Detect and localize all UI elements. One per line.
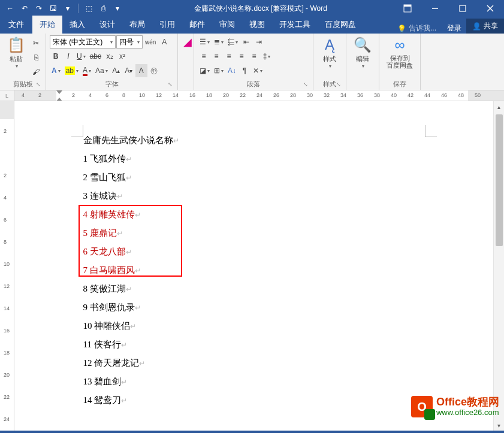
align-right-button[interactable]: ≡ bbox=[223, 50, 235, 63]
font-color-button[interactable]: A▾ bbox=[81, 64, 93, 77]
asian-layout-button[interactable]: ✕▾ bbox=[251, 64, 264, 77]
tab-review[interactable]: 审阅 bbox=[212, 16, 242, 34]
highlight-button[interactable]: ab▾ bbox=[63, 64, 80, 77]
horizontal-ruler[interactable]: L 42246810121416182022242628303234363840… bbox=[0, 90, 504, 101]
share-button[interactable]: 👤共享 bbox=[466, 19, 504, 34]
font-name-combo[interactable]: 宋体 (中文正文)▾ bbox=[50, 35, 116, 49]
document-line[interactable]: 6 天龙八部↵ bbox=[83, 243, 425, 261]
tab-references[interactable]: 引用 bbox=[152, 16, 182, 34]
tab-mailings[interactable]: 邮件 bbox=[182, 16, 212, 34]
bullets-button[interactable]: ☰▾ bbox=[198, 35, 212, 49]
tab-layout[interactable]: 布局 bbox=[122, 16, 152, 34]
char-shading-button[interactable]: A bbox=[135, 64, 147, 77]
dialog-launcher-icon[interactable]: ⤡ bbox=[302, 81, 309, 89]
text-effects-button[interactable]: A▾ bbox=[50, 64, 62, 77]
maximize-button[interactable] bbox=[449, 0, 476, 17]
tab-baidu[interactable]: 百度网盘 bbox=[318, 16, 363, 34]
subscript-button[interactable]: x₂ bbox=[104, 50, 116, 63]
tab-file[interactable]: 文件 bbox=[0, 16, 32, 34]
document-line[interactable]: 13 碧血剑↵ bbox=[83, 373, 425, 391]
tab-view[interactable]: 视图 bbox=[242, 16, 272, 34]
tell-me-search[interactable]: 💡告诉我... bbox=[391, 23, 442, 34]
align-center-button[interactable]: ≡ bbox=[210, 50, 222, 63]
grow-font-button[interactable]: A▴ bbox=[110, 64, 122, 77]
underline-button[interactable]: U▾ bbox=[75, 50, 87, 63]
copy-button[interactable]: ⎘ bbox=[30, 51, 42, 64]
qat-more-icon[interactable]: ▾ bbox=[61, 2, 74, 15]
editing-button[interactable]: 🔍 编辑▾ bbox=[350, 35, 375, 70]
justify-button[interactable]: ≡ bbox=[236, 50, 248, 63]
dialog-launcher-icon[interactable]: ⤡ bbox=[35, 81, 42, 89]
shrink-font-button[interactable]: A▾ bbox=[123, 64, 135, 77]
vertical-scrollbar[interactable]: ▴ ▾ bbox=[493, 101, 504, 431]
page[interactable]: 金庸先生武侠小说名称↵ 1 飞狐外传↵2 雪山飞狐↵3 连城诀↵4 射雕英雄传↵… bbox=[35, 101, 473, 428]
vertical-ruler[interactable]: 224681012141618202224 bbox=[0, 101, 14, 431]
undo-icon[interactable]: ↶ bbox=[18, 2, 31, 15]
font-size-combo[interactable]: 四号▾ bbox=[116, 35, 143, 49]
multilevel-button[interactable]: ⬱▾ bbox=[226, 35, 240, 49]
signin-link[interactable]: 登录 bbox=[442, 23, 466, 34]
document-line[interactable]: 3 连城诀↵ bbox=[83, 187, 425, 205]
tab-home[interactable]: 开始 bbox=[32, 16, 62, 34]
document-title[interactable]: 金庸先生武侠小说名称↵ bbox=[83, 131, 425, 150]
show-marks-button[interactable]: ¶ bbox=[239, 64, 251, 77]
document-line[interactable]: 10 神雕侠侣↵ bbox=[83, 317, 425, 335]
sort-button[interactable]: A↓ bbox=[226, 64, 238, 77]
tab-insert[interactable]: 插入 bbox=[62, 16, 92, 34]
scroll-up-icon[interactable]: ▴ bbox=[494, 101, 504, 112]
indent-marker-icon[interactable] bbox=[56, 90, 62, 101]
qat-custom-icon[interactable]: ▾ bbox=[111, 2, 124, 15]
styles-button[interactable]: Ą 样式▾ bbox=[317, 35, 342, 70]
watermark-title: Office教程网 bbox=[436, 396, 499, 408]
shading-button[interactable]: ◪▾ bbox=[198, 64, 212, 77]
tab-developer[interactable]: 开发工具 bbox=[272, 16, 318, 34]
document-line[interactable]: 4 射雕英雄传↵ bbox=[83, 205, 425, 224]
line-spacing-button[interactable]: ‡▾ bbox=[261, 50, 273, 63]
document-line[interactable]: 12 倚天屠龙记↵ bbox=[83, 354, 425, 373]
ribbon-options-icon[interactable] bbox=[394, 0, 421, 17]
dialog-launcher-icon[interactable]: ⤡ bbox=[167, 81, 174, 89]
save-baidu-button[interactable]: ∞ 保存到 百度网盘 bbox=[383, 35, 417, 70]
italic-button[interactable]: I bbox=[62, 50, 74, 63]
decrease-indent-button[interactable]: ⇤ bbox=[240, 35, 252, 49]
touch-mode-icon[interactable]: ⬚ bbox=[82, 2, 95, 15]
borders-button[interactable]: ⊞▾ bbox=[212, 64, 225, 77]
document-line[interactable]: 1 飞狐外传↵ bbox=[83, 150, 425, 168]
document-line[interactable]: 8 笑傲江湖↵ bbox=[83, 280, 425, 298]
format-painter-button[interactable]: 🖌 bbox=[30, 65, 42, 78]
back-icon[interactable]: ← bbox=[4, 2, 17, 15]
phonetic-guide-button[interactable]: wén bbox=[143, 35, 158, 49]
bold-button[interactable]: B bbox=[50, 50, 62, 63]
paste-button[interactable]: 📋 粘贴 ▾ bbox=[4, 35, 29, 70]
document-line[interactable]: 5 鹿鼎记↵ bbox=[83, 224, 425, 243]
scroll-down-icon[interactable]: ▾ bbox=[494, 420, 504, 431]
document-scroll[interactable]: 金庸先生武侠小说名称↵ 1 飞狐外传↵2 雪山飞狐↵3 连城诀↵4 射雕英雄传↵… bbox=[14, 101, 493, 431]
change-case-button[interactable]: Aa▾ bbox=[93, 64, 110, 77]
document-line[interactable]: 2 雪山飞狐↵ bbox=[83, 168, 425, 187]
distributed-button[interactable]: ≡ bbox=[248, 50, 260, 63]
document-line[interactable]: 14 鸳鸯刀↵ bbox=[83, 391, 425, 410]
superscript-button[interactable]: x² bbox=[116, 50, 128, 63]
print-preview-icon[interactable]: ⎙ bbox=[96, 2, 110, 15]
group-editing: 🔍 编辑▾ bbox=[346, 34, 379, 90]
numbering-button[interactable]: ≣▾ bbox=[212, 35, 225, 49]
minimize-button[interactable] bbox=[421, 0, 449, 17]
enclose-char-button[interactable]: ㊥ bbox=[148, 64, 160, 77]
save-icon[interactable]: 🖫 bbox=[47, 2, 60, 15]
document-line[interactable]: 11 侠客行↵ bbox=[83, 335, 425, 354]
tab-selector-icon[interactable]: L bbox=[0, 90, 14, 101]
document-line[interactable]: 9 书剑恩仇录↵ bbox=[83, 298, 425, 317]
document-line[interactable]: 7 白马啸西风↵ bbox=[83, 261, 425, 280]
tab-design[interactable]: 设计 bbox=[92, 16, 122, 34]
char-border-button[interactable]: A bbox=[158, 35, 170, 49]
scroll-thumb[interactable] bbox=[496, 114, 503, 246]
close-button[interactable] bbox=[476, 0, 504, 17]
strikethrough-button[interactable]: abc bbox=[88, 50, 103, 63]
dialog-launcher-icon[interactable]: ⤡ bbox=[335, 81, 342, 89]
redo-icon[interactable]: ↷ bbox=[32, 2, 46, 15]
increase-indent-button[interactable]: ⇥ bbox=[253, 35, 265, 49]
cut-button[interactable]: ✂ bbox=[30, 37, 42, 50]
clear-formatting-button[interactable]: ◢ bbox=[182, 35, 194, 49]
align-left-button[interactable]: ≡ bbox=[198, 50, 210, 63]
group-label: 保存 bbox=[383, 79, 417, 89]
